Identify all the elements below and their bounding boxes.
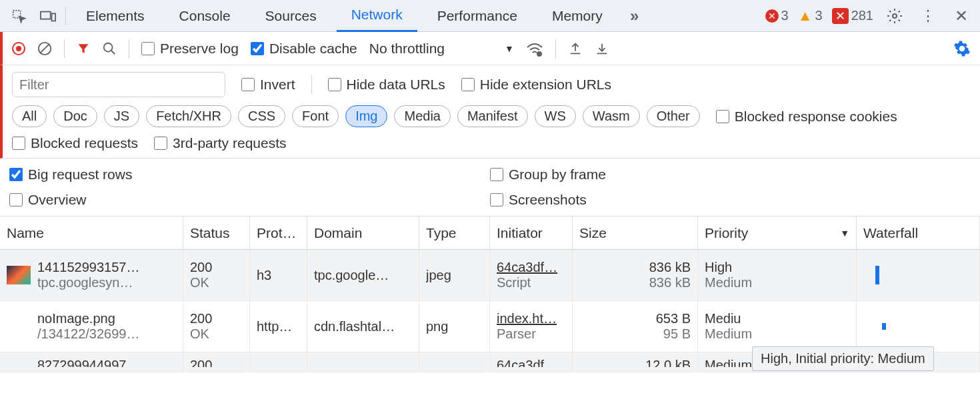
- pill-js[interactable]: JS: [104, 105, 139, 127]
- tab-memory[interactable]: Memory: [537, 0, 617, 32]
- pill-ws[interactable]: WS: [535, 105, 576, 127]
- network-toolbar: Preserve log Disable cache No throttling…: [0, 32, 980, 65]
- svg-point-6: [104, 43, 113, 51]
- gear-icon[interactable]: [883, 4, 907, 28]
- preserve-log-checkbox[interactable]: Preserve log: [141, 41, 239, 57]
- close-icon[interactable]: ✕: [949, 4, 973, 28]
- third-party-checkbox[interactable]: 3rd-party requests: [154, 135, 286, 151]
- table-header: Name Status Prot… Domain Type Initiator …: [0, 216, 980, 250]
- pill-all[interactable]: All: [12, 105, 47, 127]
- devtools-tabs: Elements Console Sources Network Perform…: [0, 0, 980, 32]
- clear-icon[interactable]: [37, 41, 52, 56]
- invert-checkbox[interactable]: Invert: [241, 77, 295, 93]
- col-priority[interactable]: Priority▼: [698, 216, 857, 249]
- separator: [129, 39, 129, 58]
- pill-manifest[interactable]: Manifest: [457, 105, 528, 127]
- filter-section: Invert Hide data URLs Hide extension URL…: [0, 65, 980, 159]
- tab-sources[interactable]: Sources: [251, 0, 331, 32]
- big-rows-checkbox[interactable]: Big request rows: [9, 167, 490, 183]
- pill-font[interactable]: Font: [292, 105, 339, 127]
- pill-css[interactable]: CSS: [238, 105, 285, 127]
- pill-wasm[interactable]: Wasm: [583, 105, 640, 127]
- table-row[interactable]: 141152993157…tpc.googlesyn… 200OK h3 tpc…: [0, 250, 980, 301]
- pill-doc[interactable]: Doc: [53, 105, 97, 127]
- kebab-icon[interactable]: ⋮: [916, 4, 940, 28]
- hide-ext-urls-checkbox[interactable]: Hide extension URLs: [461, 77, 611, 93]
- issues-count[interactable]: ✕281: [832, 8, 873, 24]
- waterfall-bar: [882, 323, 886, 330]
- col-waterfall[interactable]: Waterfall: [857, 216, 980, 249]
- filter-icon[interactable]: [77, 42, 90, 55]
- hide-data-urls-checkbox[interactable]: Hide data URLs: [328, 77, 445, 93]
- waterfall-bar: [875, 266, 879, 284]
- col-domain[interactable]: Domain: [307, 216, 419, 249]
- group-frame-checkbox[interactable]: Group by frame: [490, 167, 971, 183]
- search-icon[interactable]: [102, 41, 117, 56]
- filter-input[interactable]: [12, 72, 225, 97]
- tab-elements[interactable]: Elements: [71, 0, 159, 32]
- download-icon[interactable]: [595, 41, 609, 56]
- device-icon[interactable]: [36, 4, 60, 28]
- error-count[interactable]: ✕3: [765, 8, 789, 23]
- svg-rect-1: [41, 11, 51, 19]
- settings-gear-icon[interactable]: [953, 40, 971, 57]
- pill-img[interactable]: Img: [345, 105, 387, 127]
- table-row[interactable]: noImage.png/134122/32699… 200OK http… cd…: [0, 301, 980, 352]
- col-size[interactable]: Size: [573, 216, 698, 249]
- more-tabs-icon[interactable]: »: [623, 4, 647, 28]
- network-conditions-icon[interactable]: [526, 41, 543, 57]
- blocked-cookies-checkbox[interactable]: Blocked response cookies: [716, 109, 897, 125]
- svg-line-7: [111, 50, 115, 54]
- tab-console[interactable]: Console: [165, 0, 245, 32]
- separator: [65, 7, 66, 25]
- image-thumbnail: [7, 266, 31, 284]
- svg-line-5: [41, 44, 49, 53]
- inspect-icon[interactable]: [7, 4, 31, 28]
- disable-cache-checkbox[interactable]: Disable cache: [251, 41, 357, 57]
- type-filter-pills: All Doc JS Fetch/XHR CSS Font Img Media …: [12, 105, 700, 127]
- tab-network[interactable]: Network: [337, 0, 417, 32]
- col-protocol[interactable]: Prot…: [250, 216, 307, 249]
- sort-desc-icon: ▼: [840, 228, 849, 238]
- separator: [555, 39, 556, 58]
- col-name[interactable]: Name: [0, 216, 183, 249]
- col-status[interactable]: Status: [183, 216, 250, 249]
- initiator-link[interactable]: 64ca3df…: [497, 260, 565, 275]
- tab-performance[interactable]: Performance: [423, 0, 532, 32]
- view-options: Big request rows Overview Group by frame…: [0, 159, 980, 216]
- throttling-select[interactable]: No throttling▼: [369, 41, 514, 57]
- screenshots-checkbox[interactable]: Screenshots: [490, 192, 971, 208]
- record-button[interactable]: [12, 42, 25, 55]
- col-initiator[interactable]: Initiator: [490, 216, 573, 249]
- blocked-requests-checkbox[interactable]: Blocked requests: [12, 135, 138, 151]
- initiator-link[interactable]: 64ca3df…: [497, 358, 565, 367]
- pill-other[interactable]: Other: [647, 105, 700, 127]
- pill-media[interactable]: Media: [394, 105, 450, 127]
- initiator-link[interactable]: index.ht…: [497, 311, 565, 326]
- svg-rect-2: [52, 13, 56, 21]
- pill-fetch[interactable]: Fetch/XHR: [146, 105, 231, 127]
- overview-checkbox[interactable]: Overview: [9, 192, 490, 208]
- svg-point-3: [893, 14, 897, 18]
- separator: [64, 39, 65, 58]
- col-type[interactable]: Type: [419, 216, 490, 249]
- separator: [311, 75, 312, 94]
- priority-tooltip: High, Initial priority: Medium: [752, 346, 934, 371]
- upload-icon[interactable]: [568, 41, 583, 56]
- svg-point-8: [537, 52, 541, 56]
- warning-count[interactable]: ▲3: [798, 7, 823, 25]
